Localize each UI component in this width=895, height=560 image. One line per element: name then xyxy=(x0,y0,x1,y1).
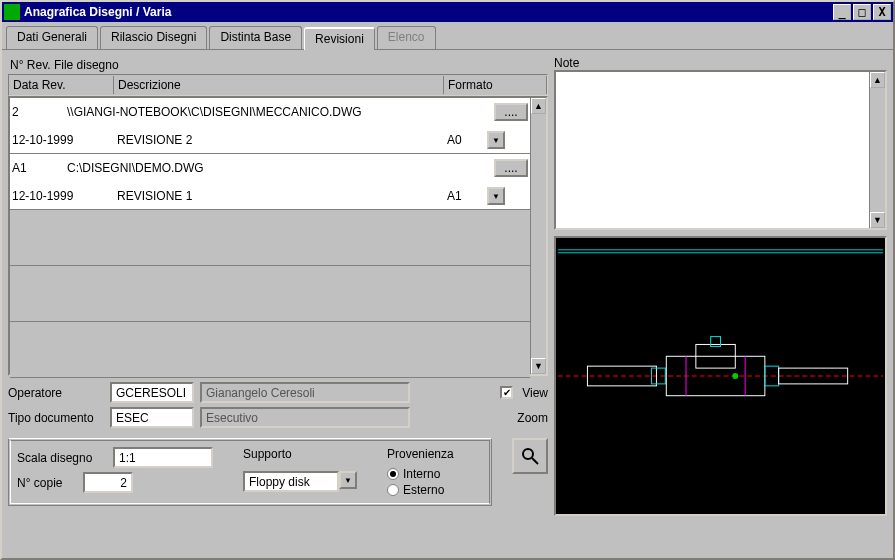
cell-formato: A1 xyxy=(447,189,487,203)
table-row[interactable]: A1 C:\DISEGNI\DEMO.DWG .... 12-10-1999 R… xyxy=(10,154,530,210)
scroll-down-button[interactable]: ▼ xyxy=(870,212,885,228)
window-title: Anagrafica Disegni / Varia xyxy=(24,5,833,19)
supporto-combobox[interactable]: Floppy disk xyxy=(243,471,339,492)
esterno-label: Esterno xyxy=(403,483,444,497)
note-textarea[interactable]: ▲ ▼ xyxy=(554,70,887,230)
table-row-empty xyxy=(10,210,530,266)
minimize-button[interactable]: _ xyxy=(833,4,851,20)
interno-radio[interactable] xyxy=(387,468,399,480)
zoom-label: Zoom xyxy=(517,411,548,425)
supporto-label: Supporto xyxy=(243,447,357,461)
table-row-empty xyxy=(10,322,530,378)
table-row-empty xyxy=(10,266,530,322)
scrollbar-thumb[interactable] xyxy=(531,114,546,358)
provenienza-label: Provenienza xyxy=(387,447,454,461)
copie-field[interactable]: 2 xyxy=(83,472,133,493)
table-row[interactable]: 2 \\GIANGI-NOTEBOOK\C\DISEGNI\MECCANICO.… xyxy=(10,98,530,154)
operatore-name-field: Gianangelo Ceresoli xyxy=(200,382,410,403)
svg-point-0 xyxy=(523,449,533,459)
app-icon xyxy=(4,4,20,20)
cell-file: \\GIANGI-NOTEBOOK\C\DISEGNI\MECCANICO.DW… xyxy=(67,105,494,119)
note-scrollbar[interactable]: ▲ ▼ xyxy=(869,72,885,228)
maximize-button[interactable]: □ xyxy=(853,4,871,20)
list-super-header: N° Rev. File disegno xyxy=(8,56,548,74)
browse-file-button[interactable]: .... xyxy=(494,159,528,177)
app-window: Anagrafica Disegni / Varia _ □ X Dati Ge… xyxy=(0,0,895,560)
cad-preview[interactable] xyxy=(554,236,887,516)
tipo-doc-code-field[interactable]: ESEC xyxy=(110,407,194,428)
scroll-up-button[interactable]: ▲ xyxy=(531,98,546,114)
operatore-label: Operatore xyxy=(8,386,104,400)
supporto-dropdown-button[interactable]: ▼ xyxy=(339,471,357,489)
scroll-up-button[interactable]: ▲ xyxy=(870,72,885,88)
cell-file: C:\DISEGNI\DEMO.DWG xyxy=(67,161,494,175)
col-formato[interactable]: Formato xyxy=(444,76,547,94)
revisions-table: 2 \\GIANGI-NOTEBOOK\C\DISEGNI\MECCANICO.… xyxy=(8,96,548,376)
tab-elenco: Elenco xyxy=(377,26,436,49)
svg-line-1 xyxy=(532,458,538,464)
tipo-documento-label: Tipo documento xyxy=(8,411,104,425)
browse-file-button[interactable]: .... xyxy=(494,103,528,121)
cell-descr: REVISIONE 1 xyxy=(117,189,447,203)
scala-field[interactable]: 1:1 xyxy=(113,447,213,468)
formato-dropdown-button[interactable]: ▼ xyxy=(487,131,505,149)
cell-date: 12-10-1999 xyxy=(12,189,117,203)
col-data-rev[interactable]: Data Rev. xyxy=(9,76,114,94)
formato-dropdown-button[interactable]: ▼ xyxy=(487,187,505,205)
tabs: Dati Generali Rilascio Disegni Distinta … xyxy=(2,22,893,50)
magnifier-icon xyxy=(520,446,540,466)
column-headers: Data Rev. Descrizione Formato xyxy=(8,74,548,96)
svg-point-10 xyxy=(732,373,738,379)
scroll-down-button[interactable]: ▼ xyxy=(531,358,546,374)
tab-revisioni[interactable]: Revisioni xyxy=(304,27,375,50)
cell-descr: REVISIONE 2 xyxy=(117,133,447,147)
n-copie-label: N° copie xyxy=(17,476,77,490)
cell-rev: A1 xyxy=(12,161,67,175)
zoom-button[interactable] xyxy=(512,438,548,474)
cell-formato: A0 xyxy=(447,133,487,147)
table-scrollbar[interactable]: ▲ ▼ xyxy=(530,98,546,374)
view-label: View xyxy=(522,386,548,400)
cad-drawing-icon xyxy=(556,238,885,514)
note-label: Note xyxy=(554,56,887,70)
scrollbar-thumb[interactable] xyxy=(870,88,885,212)
scala-disegno-label: Scala disegno xyxy=(17,451,107,465)
view-checkbox[interactable]: ✔ xyxy=(500,386,513,399)
cell-rev: 2 xyxy=(12,105,67,119)
close-button[interactable]: X xyxy=(873,4,891,20)
svg-rect-9 xyxy=(711,337,721,347)
tab-rilascio-disegni[interactable]: Rilascio Disegni xyxy=(100,26,207,49)
titlebar[interactable]: Anagrafica Disegni / Varia _ □ X xyxy=(2,2,893,22)
tab-distinta-base[interactable]: Distinta Base xyxy=(209,26,302,49)
tipo-doc-name-field: Esecutivo xyxy=(200,407,410,428)
content-area: N° Rev. File disegno Data Rev. Descrizio… xyxy=(2,50,893,522)
tab-dati-generali[interactable]: Dati Generali xyxy=(6,26,98,49)
col-descrizione[interactable]: Descrizione xyxy=(114,76,444,94)
esterno-radio[interactable] xyxy=(387,484,399,496)
interno-label: Interno xyxy=(403,467,440,481)
operatore-code-field[interactable]: GCERESOLI xyxy=(110,382,194,403)
cell-date: 12-10-1999 xyxy=(12,133,117,147)
